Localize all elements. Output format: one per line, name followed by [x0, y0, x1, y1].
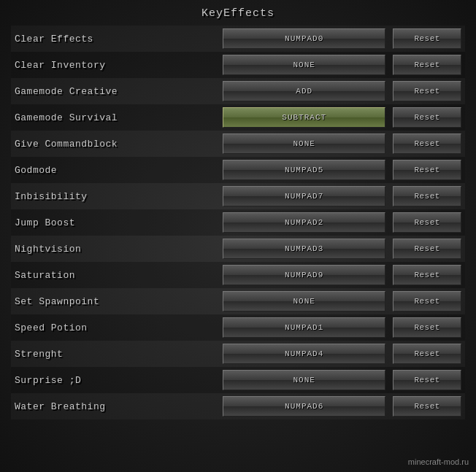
reset-cell: Reset — [389, 183, 465, 209]
key-button[interactable]: NONE — [223, 370, 385, 390]
table-row: Speed PotionNUMPAD1Reset — [11, 314, 465, 341]
table-row: Gamemode SurvivalSUBTRACTReset — [11, 104, 465, 131]
keybind-label: Speed Potion — [11, 314, 219, 341]
reset-cell: Reset — [389, 236, 465, 262]
table-row: Jump BoostNUMPAD2Reset — [11, 209, 465, 236]
reset-cell: Reset — [389, 78, 465, 104]
keybind-label: Surprise ;D — [11, 367, 219, 393]
table-row: Water BreathingNUMPAD6Reset — [11, 393, 465, 419]
reset-button[interactable]: Reset — [393, 239, 461, 259]
key-button[interactable]: NUMPAD3 — [223, 239, 385, 259]
keybinds-table: Clear EffectsNUMPAD0ResetClear Inventory… — [11, 26, 465, 419]
table-row: Surprise ;DNONEReset — [11, 367, 465, 393]
keybind-label: Saturation — [11, 262, 219, 288]
reset-button[interactable]: Reset — [393, 81, 461, 101]
reset-button[interactable]: Reset — [393, 28, 461, 49]
key-button[interactable]: SUBTRACT — [223, 107, 385, 128]
key-button[interactable]: NUMPAD9 — [223, 265, 385, 285]
table-row: Gamemode CreativeADDReset — [11, 78, 465, 104]
reset-cell: Reset — [389, 26, 465, 52]
key-cell: NONE — [219, 131, 389, 157]
key-button[interactable]: NUMPAD7 — [223, 186, 385, 206]
keybind-label: Give Commandblock — [11, 131, 219, 157]
main-container: KeyEffects Clear EffectsNUMPAD0ResetClea… — [0, 0, 476, 472]
key-button[interactable]: NUMPAD1 — [223, 317, 385, 338]
key-cell: NUMPAD7 — [219, 183, 389, 209]
keybind-label: Gamemode Creative — [11, 78, 219, 104]
table-row: NightvisionNUMPAD3Reset — [11, 236, 465, 262]
key-button[interactable]: NONE — [223, 291, 385, 312]
reset-button[interactable]: Reset — [393, 186, 461, 206]
table-row: SaturationNUMPAD9Reset — [11, 262, 465, 288]
table-row: Give CommandblockNONEReset — [11, 131, 465, 157]
table-row: GodmodeNUMPAD5Reset — [11, 157, 465, 183]
key-cell: NONE — [219, 52, 389, 78]
key-cell: NONE — [219, 288, 389, 314]
reset-cell: Reset — [389, 157, 465, 183]
key-cell: ADD — [219, 78, 389, 104]
keybind-label: Clear Effects — [11, 26, 219, 52]
reset-button[interactable]: Reset — [393, 212, 461, 233]
table-row: Clear InventoryNONEReset — [11, 52, 465, 78]
page-title: KeyEffects — [11, 7, 465, 20]
reset-button[interactable]: Reset — [393, 344, 461, 364]
keybind-label: Set Spawnpoint — [11, 288, 219, 314]
reset-button[interactable]: Reset — [393, 291, 461, 312]
reset-button[interactable]: Reset — [393, 55, 461, 75]
key-cell: NUMPAD9 — [219, 262, 389, 288]
table-row: StrenghtNUMPAD4Reset — [11, 341, 465, 367]
keybind-label: Jump Boost — [11, 209, 219, 236]
reset-cell: Reset — [389, 52, 465, 78]
key-button[interactable]: NONE — [223, 55, 385, 75]
keybind-label: Godmode — [11, 157, 219, 183]
keybind-label: Inbisibility — [11, 183, 219, 209]
keybind-label: Gamemode Survival — [11, 104, 219, 131]
reset-button[interactable]: Reset — [393, 265, 461, 285]
key-button[interactable]: NUMPAD5 — [223, 160, 385, 180]
reset-cell: Reset — [389, 288, 465, 314]
table-row: Set SpawnpointNONEReset — [11, 288, 465, 314]
reset-cell: Reset — [389, 393, 465, 419]
key-cell: NUMPAD6 — [219, 393, 389, 419]
reset-cell: Reset — [389, 104, 465, 131]
reset-cell: Reset — [389, 131, 465, 157]
reset-cell: Reset — [389, 314, 465, 341]
key-cell: NUMPAD3 — [219, 236, 389, 262]
reset-button[interactable]: Reset — [393, 317, 461, 338]
key-button[interactable]: NUMPAD4 — [223, 344, 385, 364]
reset-cell: Reset — [389, 367, 465, 393]
watermark-label: minecraft-mod.ru — [408, 457, 469, 466]
key-button[interactable]: ADD — [223, 81, 385, 101]
keybind-label: Water Breathing — [11, 393, 219, 419]
reset-button[interactable]: Reset — [393, 107, 461, 128]
reset-button[interactable]: Reset — [393, 396, 461, 417]
key-button[interactable]: NUMPAD2 — [223, 212, 385, 233]
reset-button[interactable]: Reset — [393, 134, 461, 154]
reset-cell: Reset — [389, 209, 465, 236]
key-cell: NUMPAD1 — [219, 314, 389, 341]
key-cell: NUMPAD0 — [219, 26, 389, 52]
table-row: InbisibilityNUMPAD7Reset — [11, 183, 465, 209]
table-row: Clear EffectsNUMPAD0Reset — [11, 26, 465, 52]
key-button[interactable]: NUMPAD0 — [223, 28, 385, 49]
reset-cell: Reset — [389, 341, 465, 367]
key-cell: SUBTRACT — [219, 104, 389, 131]
reset-button[interactable]: Reset — [393, 370, 461, 390]
key-button[interactable]: NONE — [223, 134, 385, 154]
key-cell: NUMPAD2 — [219, 209, 389, 236]
key-button[interactable]: NUMPAD6 — [223, 396, 385, 417]
keybind-label: Clear Inventory — [11, 52, 219, 78]
key-cell: NUMPAD4 — [219, 341, 389, 367]
key-cell: NONE — [219, 367, 389, 393]
keybind-label: Nightvision — [11, 236, 219, 262]
reset-button[interactable]: Reset — [393, 160, 461, 180]
keybind-label: Strenght — [11, 341, 219, 367]
reset-cell: Reset — [389, 262, 465, 288]
key-cell: NUMPAD5 — [219, 157, 389, 183]
